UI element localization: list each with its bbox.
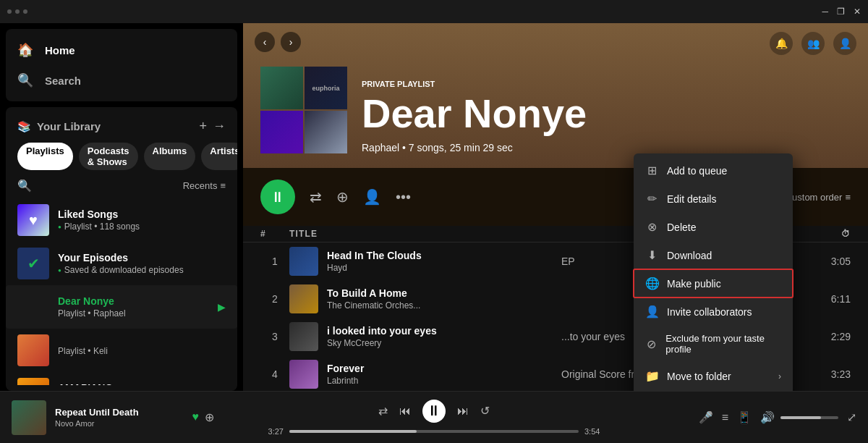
play-pause-button[interactable]: ⏸ bbox=[422, 400, 446, 423]
progress-bar-container: 3:27 3:54 bbox=[268, 427, 600, 436]
bottom-bar: Repeat Until Death Novo Amor ♥ ⊕ ⇄ ⏮ ⏸ ⏭… bbox=[0, 391, 868, 443]
context-menu-item-delete[interactable]: ⊗ Delete bbox=[634, 213, 793, 241]
library-item-keli[interactable]: Playlist • Keli bbox=[6, 329, 237, 372]
volume-icon[interactable]: 🔊 bbox=[760, 410, 775, 424]
track-duration: 3:05 bbox=[793, 256, 851, 267]
track-name: i looked into your eyes bbox=[327, 325, 437, 337]
library-item-your-episodes[interactable]: ✔ Your Episodes ● Saved & downloaded epi… bbox=[6, 242, 237, 285]
nav-back-button[interactable]: ‹ bbox=[255, 32, 275, 52]
volume-bar[interactable] bbox=[780, 416, 838, 419]
track-thumb bbox=[289, 284, 318, 313]
more-options-button[interactable]: ••• bbox=[396, 189, 411, 206]
list-view-icon: ≡ bbox=[845, 192, 851, 203]
chip-playlists[interactable]: Playlists bbox=[17, 143, 73, 170]
track-col-num: # bbox=[260, 229, 289, 239]
track-name: Forever bbox=[327, 363, 364, 374]
library-expand-button[interactable]: → bbox=[213, 119, 226, 134]
keli-sub: Playlist • Keli bbox=[58, 346, 226, 356]
like-button[interactable]: ♥ bbox=[192, 410, 200, 424]
repeat-button[interactable]: ↺ bbox=[480, 404, 490, 418]
exclude-taste-icon: ⊘ bbox=[645, 337, 657, 351]
context-menu-item-download[interactable]: ⬇ Download bbox=[634, 241, 793, 269]
track-col-duration: ⏱ bbox=[793, 229, 851, 239]
add-to-playlist-icon[interactable]: ⊕ bbox=[205, 410, 214, 424]
context-menu-item-move-to-folder[interactable]: 📁 Move to folder › bbox=[634, 362, 793, 390]
episodes-name: Your Episodes bbox=[58, 252, 226, 263]
track-thumb bbox=[289, 360, 318, 389]
sidebar-navigation: 🏠 Home 🔍 Search bbox=[6, 29, 237, 101]
chip-artists[interactable]: Artists bbox=[201, 143, 237, 170]
progress-track[interactable] bbox=[289, 430, 579, 433]
context-menu-item-edit-details[interactable]: ✏ Edit details bbox=[634, 185, 793, 213]
now-playing-thumb bbox=[12, 400, 46, 435]
shuffle-button[interactable]: ⇄ bbox=[310, 188, 322, 206]
library-add-button[interactable]: + bbox=[199, 119, 207, 134]
custom-order-button[interactable]: Custom order ≡ bbox=[786, 192, 851, 203]
context-menu-item-add-to-queue[interactable]: ⊞ Add to queue bbox=[634, 156, 793, 185]
track-thumb bbox=[289, 322, 318, 351]
center-controls: ⇄ ⏮ ⏸ ⏭ ↺ 3:27 3:54 bbox=[268, 400, 600, 436]
dear-nonye-sub: Playlist • Raphael bbox=[58, 308, 209, 318]
now-playing: Repeat Until Death Novo Amor ♥ ⊕ bbox=[12, 400, 214, 435]
cover-cell-1 bbox=[260, 67, 303, 109]
next-button[interactable]: ⏭ bbox=[457, 405, 469, 418]
track-number: 1 bbox=[260, 256, 289, 267]
search-icon: 🔍 bbox=[17, 72, 33, 88]
nav-home-label: Home bbox=[45, 44, 75, 56]
download-icon: ⬇ bbox=[645, 248, 658, 262]
now-playing-title: Repeat Until Death bbox=[55, 407, 184, 418]
now-playing-info: Repeat Until Death Novo Amor bbox=[55, 407, 184, 428]
titlebar: ─ ❐ ✕ bbox=[0, 0, 868, 23]
move-to-folder-label: Move to folder bbox=[667, 371, 731, 382]
chip-albums[interactable]: Albums bbox=[144, 143, 196, 170]
download-button[interactable]: ⊕ bbox=[336, 188, 349, 206]
previous-button[interactable]: ⏮ bbox=[399, 405, 411, 418]
titlebar-controls: ─ ❐ ✕ bbox=[822, 7, 861, 17]
track-info: Head In The Clouds Hayd bbox=[289, 247, 561, 276]
notifications-button[interactable]: 🔔 bbox=[770, 32, 793, 55]
time-current: 3:27 bbox=[268, 427, 284, 436]
volume-fill bbox=[780, 416, 821, 419]
context-menu-item-invite-collaborators[interactable]: 👤 Invite collaborators bbox=[634, 298, 793, 326]
library-item-dear-nonye[interactable]: Dear Nonye Playlist • Raphael ▶ bbox=[6, 285, 237, 329]
volume-area: 🔊 bbox=[760, 410, 838, 424]
device-icon[interactable]: 📱 bbox=[737, 410, 752, 424]
content-area: ‹ › 🔔 👥 👤 euphoria Private Playlist Dear… bbox=[243, 23, 868, 391]
library-title-button[interactable]: 📚 Your Library bbox=[17, 120, 101, 133]
chip-podcasts[interactable]: Podcasts & Shows bbox=[79, 143, 138, 170]
download-label: Download bbox=[667, 250, 712, 261]
context-menu-item-make-public[interactable]: 🌐 Make public bbox=[634, 269, 793, 298]
nav-home[interactable]: 🏠 Home bbox=[6, 35, 237, 65]
context-menu-item-exclude-taste[interactable]: ⊘ Exclude from your taste profile bbox=[634, 326, 793, 362]
make-public-icon: 🌐 bbox=[645, 277, 658, 290]
time-total: 3:54 bbox=[584, 427, 600, 436]
edit-details-icon: ✏ bbox=[645, 192, 658, 206]
context-menu-item-add-to-other-playlist[interactable]: ⊕ Add to other playlist › bbox=[634, 390, 793, 391]
close-button[interactable]: ✕ bbox=[854, 7, 861, 17]
library-section: 📚 Your Library + → Playlists Podcasts & … bbox=[6, 107, 237, 391]
cover-cell-4 bbox=[305, 111, 347, 153]
maximize-button[interactable]: ❐ bbox=[837, 7, 845, 17]
nav-search[interactable]: 🔍 Search bbox=[6, 65, 237, 96]
friends-button[interactable]: 👥 bbox=[801, 32, 825, 55]
follow-button[interactable]: 👤 bbox=[363, 188, 381, 206]
cover-cell-3 bbox=[260, 111, 303, 153]
track-info: To Build A Home The Cinematic Orches... bbox=[289, 284, 561, 313]
track-artist: The Cinematic Orches... bbox=[327, 300, 420, 311]
library-item-amapiano[interactable]: AMA AMAPIANO grooves Playlist • Spotify bbox=[6, 372, 237, 385]
library-search-icon[interactable]: 🔍 bbox=[17, 179, 32, 193]
lyrics-icon[interactable]: 🎤 bbox=[699, 410, 713, 424]
recents-button[interactable]: Recents ≡ bbox=[183, 180, 226, 191]
progress-fill bbox=[289, 430, 417, 433]
context-menu: ⊞ Add to queue ✏ Edit details ⊗ Delete ⬇… bbox=[634, 153, 793, 391]
playlist-meta: Raphael • 7 songs, 25 min 29 sec bbox=[362, 142, 851, 153]
profile-button[interactable]: 👤 bbox=[833, 32, 856, 55]
fullscreen-icon[interactable]: ⤢ bbox=[847, 410, 856, 424]
queue-icon[interactable]: ≡ bbox=[722, 411, 728, 424]
now-playing-actions: ♥ ⊕ bbox=[192, 410, 215, 424]
playlist-play-button[interactable]: ⏸ bbox=[260, 180, 295, 214]
nav-forward-button[interactable]: › bbox=[281, 32, 301, 52]
library-item-liked-songs[interactable]: ♥ Liked Songs ● Playlist • 118 songs bbox=[6, 198, 237, 242]
shuffle-playback-button[interactable]: ⇄ bbox=[378, 404, 388, 418]
minimize-button[interactable]: ─ bbox=[822, 7, 828, 17]
